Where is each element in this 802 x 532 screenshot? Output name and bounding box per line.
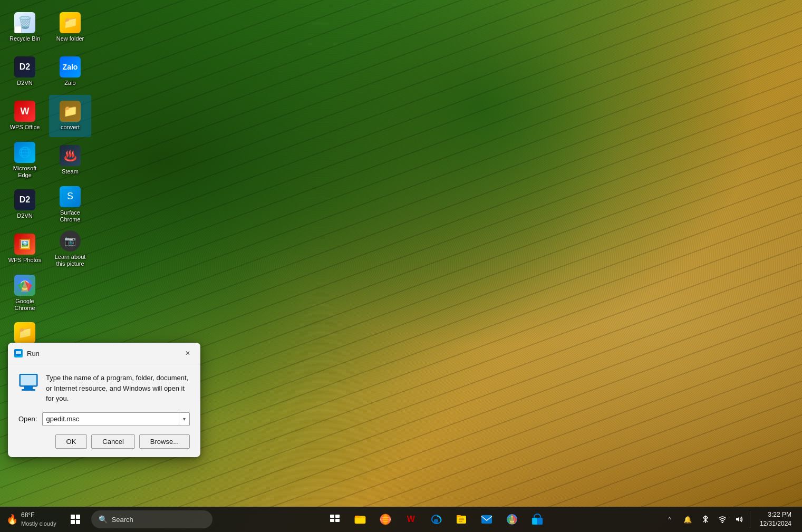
svg-rect-25 bbox=[459, 519, 464, 520]
tray-wifi-icon[interactable] bbox=[714, 511, 731, 528]
desktop-icon-recycle-bin[interactable]: 🗑️ Recycle Bin bbox=[4, 6, 46, 49]
svg-rect-12 bbox=[335, 515, 340, 518]
convert-label: convert bbox=[61, 124, 80, 131]
taskbar-task-view[interactable] bbox=[323, 508, 346, 531]
d2vn-2-icon: D2 bbox=[14, 189, 35, 210]
win-logo-br bbox=[76, 520, 80, 524]
run-title-icon bbox=[14, 349, 23, 357]
taskbar-search-text: Search bbox=[112, 516, 133, 524]
run-description-text: Type the name of a program, folder, docu… bbox=[46, 373, 190, 404]
windows-logo bbox=[71, 515, 80, 524]
wps-photos-label: WPS Photos bbox=[8, 257, 41, 264]
weather-temp: 68°F bbox=[21, 511, 56, 520]
svg-rect-6 bbox=[16, 356, 21, 356]
notification-area bbox=[697, 511, 750, 528]
svg-rect-14 bbox=[335, 519, 340, 522]
taskbar-mail[interactable] bbox=[475, 508, 498, 531]
taskbar-edge[interactable] bbox=[424, 508, 448, 531]
taskbar-search[interactable]: 🔍 Search bbox=[91, 510, 212, 528]
run-ok-button[interactable]: OK bbox=[55, 434, 88, 449]
tray-overflow-button[interactable]: ^ bbox=[661, 511, 678, 528]
shortcut-arrow bbox=[14, 26, 22, 33]
svg-rect-11 bbox=[330, 515, 334, 518]
run-close-button[interactable]: ✕ bbox=[181, 347, 194, 360]
clock-time: 3:22 PM bbox=[768, 510, 791, 519]
svg-rect-10 bbox=[22, 389, 35, 391]
d2vn-1-label: D2VN bbox=[17, 80, 32, 86]
new-folder-label: New folder bbox=[56, 35, 84, 42]
svg-rect-33 bbox=[532, 518, 537, 525]
wps-office-label: WPS Office bbox=[10, 124, 40, 131]
win-logo-bl bbox=[71, 520, 75, 524]
surface-chrome-icon: S bbox=[60, 186, 81, 207]
desktop-icon-d2vn-2[interactable]: D2 D2VN bbox=[4, 183, 46, 226]
taskbar-files[interactable] bbox=[450, 508, 473, 531]
run-browse-button[interactable]: Browse... bbox=[139, 434, 190, 449]
tray-volume-icon[interactable] bbox=[731, 511, 748, 528]
desktop-icon-wps-photos[interactable]: 🖼️ WPS Photos bbox=[4, 228, 46, 270]
recycle-bin-label: Recycle Bin bbox=[9, 35, 40, 42]
weather-widget[interactable]: 🔥 68°F Mostly cloudy bbox=[0, 511, 63, 527]
run-description-area: Type the name of a program, folder, docu… bbox=[18, 373, 190, 404]
taskbar-center-icons: W bbox=[216, 508, 657, 531]
svg-rect-24 bbox=[459, 518, 464, 519]
taskbar-chrome[interactable] bbox=[500, 508, 524, 531]
svg-point-36 bbox=[721, 522, 723, 524]
zalo-icon: Zalo bbox=[60, 56, 81, 78]
system-tray: ^ 🔔 bbox=[657, 510, 802, 528]
surface-chrome-label: Surface Chrome bbox=[52, 209, 89, 223]
new-folder-icon: 📁 bbox=[60, 12, 81, 33]
run-input-container[interactable]: gpedit.msc ▾ bbox=[42, 412, 190, 426]
svg-rect-26 bbox=[459, 521, 462, 522]
win-logo-tl bbox=[71, 515, 75, 519]
taskbar-search-icon: 🔍 bbox=[99, 515, 108, 524]
desktop: 🗑️ Recycle Bin D2 D2VN W WPS Office 🌐 Mi… bbox=[0, 0, 802, 532]
tray-notification-icon[interactable]: 🔔 bbox=[679, 511, 696, 528]
svg-rect-34 bbox=[537, 518, 543, 525]
system-clock[interactable]: 3:22 PM 12/31/2024 bbox=[753, 510, 798, 528]
desktop-icon-zalo[interactable]: Zalo Zalo bbox=[49, 51, 91, 93]
steam-label: Steam bbox=[62, 168, 79, 175]
convert-folder-icon: 📁 bbox=[60, 101, 81, 122]
svg-rect-13 bbox=[330, 519, 334, 522]
steam-icon: ♨️ bbox=[60, 145, 81, 166]
run-open-label: Open: bbox=[18, 415, 37, 423]
tray-bluetooth-icon[interactable] bbox=[697, 511, 714, 528]
chrome-label: Google Chrome bbox=[6, 298, 43, 312]
taskbar-store[interactable] bbox=[526, 508, 549, 531]
start-button[interactable] bbox=[63, 507, 88, 532]
desktop-icon-new-folder[interactable]: 📁 New folder bbox=[49, 6, 91, 49]
desktop-icon-d2vn-1[interactable]: D2 D2VN bbox=[4, 51, 46, 93]
d2vn-1-icon: D2 bbox=[14, 56, 35, 78]
run-command-input[interactable]: gpedit.msc bbox=[43, 413, 179, 425]
run-dropdown-button[interactable]: ▾ bbox=[179, 413, 189, 425]
desktop-icon-wps-office[interactable]: W WPS Office bbox=[4, 95, 46, 137]
taskbar-file-explorer[interactable] bbox=[349, 508, 372, 531]
run-cancel-button[interactable]: Cancel bbox=[91, 434, 134, 449]
desktop-icon-steam[interactable]: ♨️ Steam bbox=[49, 139, 91, 181]
run-open-row: Open: gpedit.msc ▾ bbox=[18, 412, 190, 426]
wps-photos-icon: 🖼️ bbox=[14, 234, 35, 255]
desktop-icon-edge[interactable]: 🌐 Microsoft Edge bbox=[4, 139, 46, 181]
svg-rect-9 bbox=[24, 386, 33, 389]
svg-point-21 bbox=[434, 519, 438, 523]
learn-picture-label: Learn about this picture bbox=[52, 254, 89, 267]
run-computer-icon bbox=[18, 373, 38, 393]
desktop-icon-chrome[interactable]: Google Chrome bbox=[4, 272, 46, 314]
taskbar-browser[interactable] bbox=[374, 508, 397, 531]
weather-icon: 🔥 bbox=[6, 514, 18, 525]
taskbar-wps[interactable]: W bbox=[399, 508, 422, 531]
win-logo-tr bbox=[76, 515, 80, 519]
zalo-label: Zalo bbox=[64, 80, 75, 86]
svg-rect-27 bbox=[481, 515, 492, 524]
desktop-icon-learn-picture[interactable]: 📷 Learn about this picture bbox=[49, 228, 91, 270]
run-dialog-title: Run bbox=[27, 350, 177, 357]
svg-rect-4 bbox=[16, 351, 21, 354]
recycle-bin-icon: 🗑️ bbox=[14, 12, 35, 33]
edge-label: Microsoft Edge bbox=[6, 165, 43, 179]
run-dialog: Run ✕ Type the name of a program, folder… bbox=[8, 343, 200, 457]
clock-date: 12/31/2024 bbox=[760, 519, 791, 528]
d2vngames-icon: 📁 bbox=[14, 322, 35, 343]
desktop-icon-surface-chrome[interactable]: S Surface Chrome bbox=[49, 183, 91, 226]
desktop-icon-convert[interactable]: 📁 convert bbox=[49, 95, 91, 137]
